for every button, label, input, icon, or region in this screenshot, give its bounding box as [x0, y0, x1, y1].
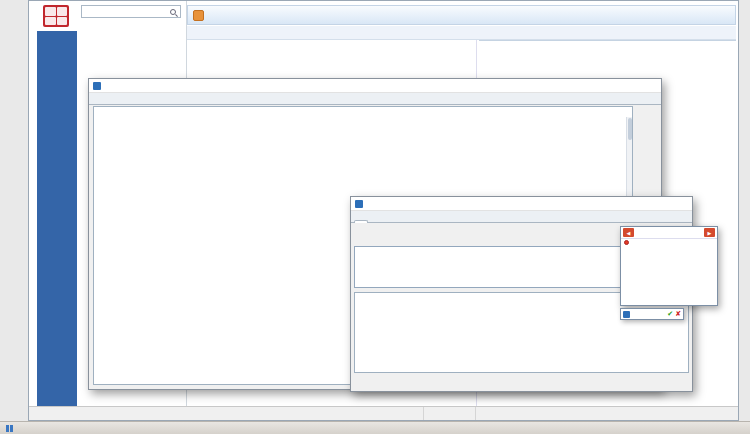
calendar-next-button[interactable]: ▶: [704, 228, 715, 237]
start-button[interactable]: [0, 422, 21, 434]
app-logo: [43, 5, 69, 27]
today-dot-icon: [624, 240, 629, 245]
search-input[interactable]: [82, 8, 170, 15]
dialog-icon: [355, 200, 363, 208]
nav-search[interactable]: [81, 5, 181, 18]
condition-icon: [623, 311, 630, 318]
tab-general[interactable]: [354, 220, 368, 223]
role-module-icon: [193, 10, 204, 21]
confirm-check-icon[interactable]: ✔: [667, 310, 673, 318]
status-empty: [29, 407, 424, 420]
calendar-prev-button[interactable]: ◀: [623, 228, 634, 237]
request-dialog-titlebar[interactable]: [351, 197, 692, 211]
role-toolbar: [187, 26, 736, 40]
calendar-popup: ◀ ▶: [620, 226, 718, 306]
calendar-footer[interactable]: [621, 239, 717, 246]
start-icon: [6, 425, 13, 432]
date-edit-bar: ✔ ✘: [620, 308, 684, 320]
status-bar: [29, 406, 738, 420]
cancel-x-icon[interactable]: ✘: [675, 310, 681, 318]
status-info: [476, 407, 738, 420]
dialog-icon: [93, 82, 101, 90]
status-object-count: [424, 407, 476, 420]
search-icon[interactable]: [170, 9, 176, 15]
os-taskbar: [0, 421, 750, 434]
module-header: [187, 5, 736, 25]
permission-tabs: [89, 93, 661, 105]
module-sidebar: [37, 31, 77, 408]
request-tabs: [351, 211, 692, 223]
permission-dialog-titlebar[interactable]: [89, 79, 661, 93]
